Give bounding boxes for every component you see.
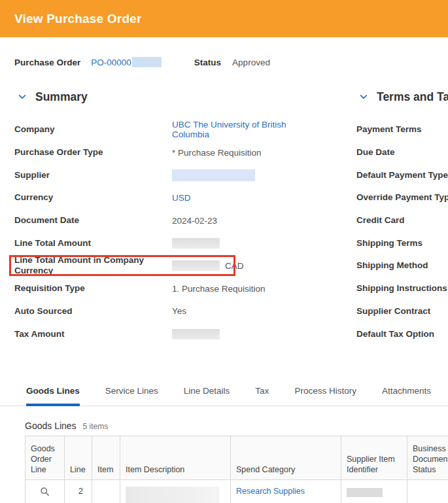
field-value: Yes	[172, 306, 186, 316]
chevron-down-icon[interactable]	[18, 92, 27, 101]
detail-sections: Summary Company UBC The University of Br…	[0, 90, 448, 345]
field-row-payment-terms: Payment Terms	[356, 118, 448, 141]
field-row-supplier: Supplier	[14, 164, 303, 186]
grid-title: Goods Lines	[25, 421, 77, 431]
terms-and-taxes-section: Terms and Ta Payment Terms Due Date Defa…	[356, 90, 448, 345]
table-header-row: Goods Order Line Line Item Item Descript…	[26, 436, 448, 479]
item-cell	[92, 479, 120, 503]
spend-category-link[interactable]: Research Supplies	[236, 487, 305, 496]
chevron-down-icon[interactable]	[359, 92, 368, 101]
field-row-tax-amount: Tax Amount	[14, 322, 303, 345]
redacted-amount-value	[172, 260, 220, 271]
field-row-due-date: Due Date	[356, 141, 448, 164]
field-label: Default Payment Type	[356, 170, 448, 181]
field-label: Line Total Amount	[14, 238, 172, 249]
redacted-item-description	[126, 487, 219, 503]
po-identifier-row: Purchase Order PO-00000 Status Approved	[14, 57, 448, 67]
field-label: Supplier	[14, 170, 172, 181]
field-label: Due Date	[356, 147, 395, 158]
col-header-goods-order-line: Goods Order Line	[26, 436, 65, 479]
purchase-order-label: Purchase Order	[14, 58, 80, 67]
spend-category-cell: Research Supplies	[231, 479, 341, 503]
tab-tax[interactable]: Tax	[255, 386, 269, 406]
redacted-supplier-value	[172, 169, 255, 181]
terms-header: Terms and Ta	[356, 90, 448, 103]
view-purchase-order-page: View Purchase Order Purchase Order PO-00…	[0, 0, 448, 503]
field-row-default-tax-option: Default Tax Option	[356, 322, 448, 345]
app-header: View Purchase Order	[0, 0, 448, 37]
field-row-shipping-instructions: Shipping Instructions	[356, 277, 448, 300]
goods-lines-table: Goods Order Line Line Item Item Descript…	[25, 436, 448, 503]
table-row: 2 Research Supplies	[26, 479, 448, 503]
grid-item-count: 5 items	[83, 422, 109, 431]
redacted-amount-value	[172, 238, 220, 249]
terms-fields: Payment Terms Due Date Default Payment T…	[356, 118, 448, 345]
field-label: Shipping Instructions	[356, 283, 447, 294]
purchase-order-link[interactable]: PO-00000	[91, 58, 131, 67]
tab-process-history[interactable]: Process History	[294, 386, 356, 406]
field-label: Line Total Amount in Company Currency	[14, 255, 172, 276]
field-row-shipping-method: Shipping Method	[356, 254, 448, 277]
tab-line-details[interactable]: Line Details	[184, 386, 230, 406]
field-row-credit-card: Credit Card	[356, 209, 448, 232]
field-row-requisition-type: Requisition Type 1. Purchase Requisition	[14, 277, 303, 300]
field-label: Payment Terms	[356, 124, 422, 135]
field-row-document-date: Document Date 2024-02-23	[14, 209, 303, 232]
col-header-supplier-item-identifier: Supplier Item Identifier	[341, 436, 407, 479]
goods-lines-caption: Goods Lines 5 items	[25, 421, 448, 431]
field-row-default-payment-type: Default Payment Type	[356, 164, 448, 186]
col-header-business-document-status: Business Document Status	[407, 436, 448, 479]
field-label: Shipping Method	[356, 260, 428, 271]
field-label: Requisition Type	[14, 283, 172, 294]
field-row-override-payment-type: Override Payment Type	[356, 186, 448, 209]
row-preview-cell	[26, 479, 65, 503]
field-value: 1. Purchase Requisition	[172, 284, 266, 294]
company-link[interactable]: UBC The University of British Columbia	[172, 120, 303, 139]
redacted-supplier-item	[347, 488, 383, 497]
field-row-company: Company UBC The University of British Co…	[14, 118, 303, 141]
field-label: Document Date	[14, 215, 172, 226]
field-row-supplier-contract: Supplier Contract	[356, 300, 448, 323]
field-value: 2024-02-23	[172, 216, 217, 226]
field-label: Credit Card	[356, 215, 405, 226]
field-label: Purchase Order Type	[14, 147, 172, 158]
item-description-cell	[120, 479, 231, 503]
line-number-cell: 2	[65, 479, 92, 503]
terms-title: Terms and Ta	[377, 90, 448, 104]
summary-section: Summary Company UBC The University of Br…	[14, 90, 303, 345]
summary-header: Summary	[14, 90, 303, 103]
col-header-item-description: Item Description	[120, 436, 231, 479]
field-value: * Purchase Requisition	[172, 148, 262, 158]
field-row-shipping-terms: Shipping Terms	[356, 232, 448, 254]
field-label: Auto Sourced	[14, 306, 172, 317]
field-label: Currency	[14, 192, 172, 203]
field-label: Tax Amount	[14, 329, 172, 339]
search-icon[interactable]	[40, 487, 50, 496]
col-header-spend-category: Spend Category	[231, 436, 341, 479]
field-label: Override Payment Type	[356, 192, 448, 203]
field-label: Supplier Contract	[356, 306, 430, 317]
field-label: Company	[14, 124, 172, 135]
currency-link[interactable]: USD	[172, 193, 191, 203]
field-row-line-total-company-currency: Line Total Amount in Company Currency CA…	[14, 254, 303, 277]
business-document-status-cell	[407, 479, 448, 503]
field-row-po-type: Purchase Order Type * Purchase Requisiti…	[14, 141, 303, 164]
field-row-auto-sourced: Auto Sourced Yes	[14, 300, 303, 323]
tab-attachments[interactable]: Attachments	[382, 386, 431, 406]
status-value: Approved	[232, 58, 270, 67]
col-header-item: Item	[92, 436, 120, 479]
currency-suffix: CAD	[225, 261, 244, 271]
summary-title: Summary	[35, 90, 88, 104]
supplier-item-identifier-cell	[341, 479, 407, 503]
col-header-line: Line	[65, 436, 92, 479]
field-label: Default Tax Option	[356, 329, 434, 339]
status-label: Status	[194, 58, 221, 67]
field-label: Shipping Terms	[356, 238, 422, 249]
redacted-po-number	[132, 57, 162, 67]
tab-goods-lines[interactable]: Goods Lines	[26, 386, 80, 406]
field-row-currency: Currency USD	[14, 186, 303, 209]
detail-tabs: Goods Lines Service Lines Line Details T…	[0, 386, 448, 406]
page-title: View Purchase Order	[14, 12, 142, 26]
field-row-line-total: Line Total Amount	[14, 232, 303, 254]
tab-service-lines[interactable]: Service Lines	[105, 386, 158, 406]
